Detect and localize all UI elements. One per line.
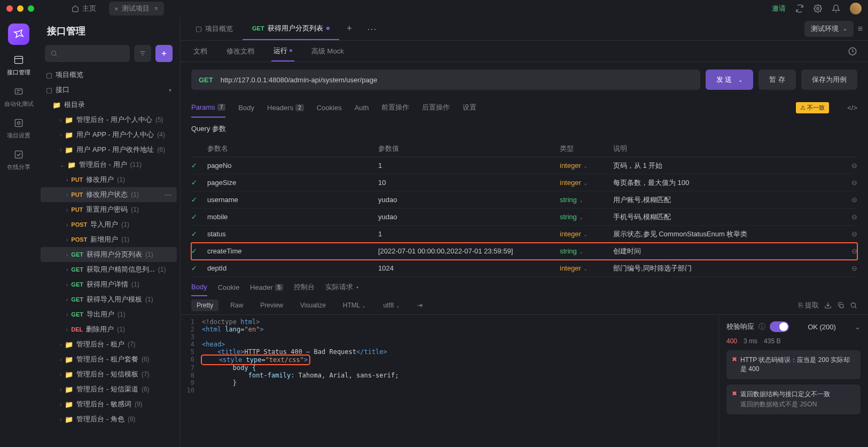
param-type[interactable]: string⌄ <box>560 213 613 221</box>
tree-folder[interactable]: ›📁管理后台 - 短信渠道(6) <box>41 382 177 397</box>
tree-api-item[interactable]: ›GET获得用户详情(1) <box>41 277 177 292</box>
validate-toggle[interactable] <box>770 321 789 332</box>
reqtab-pre[interactable]: 前置操作 <box>381 97 409 118</box>
tab-overview[interactable]: ▢项目概览 <box>186 17 243 40</box>
tree-folder[interactable]: ›📁管理后台 - 租户套餐(6) <box>41 352 177 367</box>
resptab-body[interactable]: Body <box>191 283 207 296</box>
delete-icon[interactable]: ⊖ <box>841 230 857 238</box>
resp-encoding[interactable]: utf8 ⌄ <box>378 299 405 311</box>
param-row[interactable]: ✓ createTime [2022-07-01 00:00:00,2022-0… <box>191 243 857 260</box>
resptab-cookie[interactable]: Cookie <box>218 283 239 296</box>
tree-api-item[interactable]: ›PUT修改用户状态(1)⋯ <box>41 187 177 202</box>
code-icon[interactable]: </> <box>847 104 857 112</box>
tree-root[interactable]: 📁根目录 <box>41 97 177 112</box>
param-type[interactable]: integer⌄ <box>560 264 613 272</box>
param-type[interactable]: integer⌄ <box>560 161 613 169</box>
delete-icon[interactable]: ⊖ <box>841 196 857 204</box>
param-value[interactable]: 10 <box>378 179 560 187</box>
delete-icon[interactable]: ⊖ <box>841 264 857 272</box>
ok-status[interactable]: OK (200) <box>808 323 836 331</box>
mismatch-badge[interactable]: ⚠ 不一致 <box>796 102 829 113</box>
tab-active[interactable]: GET 获得用户分页列表 <box>243 17 339 40</box>
rail-share[interactable]: 在线分享 <box>7 148 30 171</box>
tree-folder[interactable]: ›📁管理后台 - 角色(8) <box>41 412 177 427</box>
resp-preview[interactable]: Preview <box>255 299 288 311</box>
reqtab-body[interactable]: Body <box>238 97 254 118</box>
tab-add[interactable]: + <box>339 23 360 34</box>
param-value[interactable]: 1 <box>378 230 560 238</box>
reqtab-headers[interactable]: Headers2 <box>267 97 304 118</box>
rail-automation[interactable]: 自动化测试 <box>4 85 34 108</box>
subtab-doc[interactable]: 文档 <box>191 41 209 61</box>
tree-folder[interactable]: ›📁管理后台 - 用户个人中心(5) <box>41 112 177 127</box>
url-input[interactable]: GET http://127.0.0.1:48080/admin-api/sys… <box>191 70 700 90</box>
resptab-console[interactable]: 控制台 <box>294 282 315 296</box>
bell-icon[interactable] <box>832 4 840 13</box>
param-type[interactable]: string⌄ <box>560 247 613 255</box>
filter-button[interactable] <box>134 45 151 62</box>
send-button[interactable]: 发 送⌄ <box>706 70 754 90</box>
tree-api-item[interactable]: ›DEL删除用户(1) <box>41 322 177 337</box>
history-icon[interactable] <box>848 47 857 56</box>
avatar[interactable] <box>850 3 862 14</box>
resp-wrap[interactable]: ⇥ <box>412 299 428 311</box>
tree-api-item[interactable]: ›GET获得导入用户模板(1) <box>41 292 177 307</box>
save-as-case-button[interactable]: 保存为用例 <box>801 70 857 90</box>
param-value[interactable]: yudao <box>378 213 560 221</box>
delete-icon[interactable]: ⊖ <box>841 247 857 255</box>
search-input[interactable] <box>45 45 130 62</box>
reqtab-auth[interactable]: Auth <box>355 97 369 118</box>
tree-api-item[interactable]: ›PUT修改用户(1) <box>41 172 177 187</box>
tree-api-item[interactable]: ›GET导出用户(1) <box>41 307 177 322</box>
project-tab[interactable]: × 测试项目 <box>109 2 164 16</box>
gear-icon[interactable] <box>814 4 822 13</box>
param-value[interactable]: [2022-07-01 00:00:00,2022-07-01 23:59:59… <box>378 247 560 255</box>
param-row[interactable]: ✓ username yudao string⌄ 用户账号,模糊匹配 ⊖ <box>191 191 857 209</box>
tree-api-item-active[interactable]: ›GET获得用户分页列表(1) <box>41 247 177 262</box>
tree-folder[interactable]: ›📁管理后台 - 租户(7) <box>41 337 177 352</box>
param-row[interactable]: ✓ pageNo 1 integer⌄ 页码，从 1 开始 ⊖ <box>191 157 857 174</box>
rail-api[interactable]: 接口管理 <box>7 53 30 76</box>
delete-icon[interactable]: ⊖ <box>841 161 857 169</box>
sync-icon[interactable] <box>795 4 804 13</box>
resp-extract[interactable]: ⎘ 提取 <box>799 300 819 310</box>
param-row[interactable]: ✓ status 1 integer⌄ 展示状态,参见 CommonStatus… <box>191 226 857 243</box>
resptab-header[interactable]: Header5 <box>250 283 283 296</box>
resp-pretty[interactable]: Pretty <box>191 299 218 311</box>
reqtab-cookies[interactable]: Cookies <box>317 97 342 118</box>
add-button[interactable] <box>155 45 173 62</box>
tree-api[interactable]: ▢接口▾ <box>41 82 177 97</box>
reqtab-settings[interactable]: 设置 <box>463 97 476 118</box>
resp-format[interactable]: HTML ⌄ <box>338 299 372 311</box>
param-value[interactable]: yudao <box>378 196 560 204</box>
subtab-edit[interactable]: 修改文档 <box>224 41 256 61</box>
env-selector[interactable]: 测试环境⌄ <box>804 21 854 37</box>
param-value[interactable]: 1 <box>378 161 560 169</box>
search-icon[interactable] <box>850 302 857 309</box>
menu-button[interactable]: ≡ <box>858 24 863 34</box>
tree-api-item[interactable]: ›POST导入用户(1) <box>41 217 177 232</box>
tree-api-item[interactable]: ›PUT重置用户密码(1) <box>41 202 177 217</box>
tab-more[interactable]: ⋯ <box>359 23 384 35</box>
tree-folder[interactable]: ›📁管理后台 - 短信模板(7) <box>41 367 177 382</box>
param-type[interactable]: string⌄ <box>560 196 613 204</box>
delete-icon[interactable]: ⊖ <box>841 213 857 221</box>
rail-settings[interactable]: 项目设置 <box>7 117 30 140</box>
save-button[interactable]: 暂 存 <box>758 70 796 90</box>
tree-overview[interactable]: ▢项目概览 <box>41 67 177 82</box>
window-controls[interactable] <box>6 5 34 12</box>
resptab-actual[interactable]: 实际请求• <box>325 282 358 296</box>
app-logo[interactable] <box>8 24 29 45</box>
tree-folder[interactable]: ›📁管理后台 - 敏感词(9) <box>41 397 177 412</box>
subtab-mock[interactable]: 高级 Mock <box>309 41 346 61</box>
tree-folder[interactable]: ⌄📁管理后台 - 用户(11) <box>41 157 177 172</box>
tree-folder[interactable]: ›📁用户 APP - 用户收件地址(6) <box>41 142 177 157</box>
resp-raw[interactable]: Raw <box>225 299 248 311</box>
tree-api-item[interactable]: ›GET获取用户精简信息列...(1) <box>41 262 177 277</box>
download-icon[interactable] <box>824 302 832 309</box>
reqtab-params[interactable]: Params7 <box>191 97 225 118</box>
param-type[interactable]: integer⌄ <box>560 179 613 187</box>
invite-button[interactable]: 邀请 <box>772 4 786 13</box>
home-tab[interactable]: 主页 <box>66 2 101 16</box>
param-row[interactable]: ✓ pageSize 10 integer⌄ 每页条数，最大值为 100 ⊖ <box>191 174 857 191</box>
